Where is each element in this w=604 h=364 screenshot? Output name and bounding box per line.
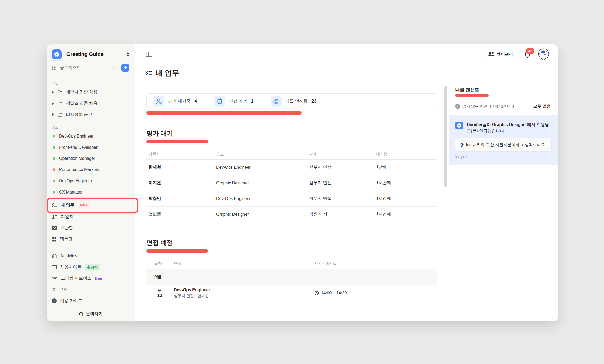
mention-summary: Doodler님이 Graphic Designer에서 회원님을(를) 언급했…: [467, 122, 552, 134]
sidebar-item-career-site[interactable]: 채용사이트 활성화: [50, 262, 132, 273]
sidebar-group-sales-hiring[interactable]: 세일즈 집중 채용: [50, 98, 132, 109]
archive-icon: [52, 226, 57, 230]
sidebar-group-dev-hiring[interactable]: 개발자 집중 채용: [50, 87, 132, 98]
job-board-label: 공고리스트: [60, 65, 108, 71]
at-icon: @: [273, 98, 279, 105]
workspace-area: 멤버관리 46: [135, 44, 558, 321]
sidebar-item-applicants[interactable]: 지원자: [50, 211, 132, 223]
annotation-underline-interviews: [146, 249, 208, 253]
member-management-button[interactable]: 멤버관리: [484, 49, 517, 59]
page-title: 내 업무: [156, 68, 179, 78]
career-site-icon: [52, 265, 57, 269]
sidebar-item-settings[interactable]: ⚙ 설정: [50, 284, 132, 295]
add-job-button[interactable]: +: [121, 64, 129, 72]
task-summary-card: 평가 대기중 4: [146, 93, 437, 109]
sidebar-collapse-icon[interactable]: [145, 51, 153, 58]
sidebar-item-templates[interactable]: 템플릿: [50, 234, 132, 245]
checklist-icon: [52, 203, 57, 207]
app-window: Greeting Guide 공고리스트 ⋯ + 그룹: [47, 44, 558, 321]
stat-upcoming-interviews[interactable]: 면접 예정 1: [214, 96, 253, 107]
screen: Greeting Guide 공고리스트 ⋯ + 그룹: [0, 0, 604, 364]
groups-section-label: 그룹: [52, 81, 129, 86]
handshake-icon: [52, 276, 58, 280]
calendar-icon: [216, 98, 223, 104]
templates-icon: [52, 237, 56, 242]
sidebar: Greeting Guide 공고리스트 ⋯ + 그룹: [47, 44, 135, 321]
active-badge: 활성화: [85, 264, 100, 271]
stat-pending-evaluations[interactable]: 평가 대기중 4: [153, 96, 197, 107]
doodle-logo-icon: [53, 51, 60, 58]
sidebar-item-greeting-partners[interactable]: 그리팅 파트너스 Beta: [50, 273, 132, 284]
status-dot-active: [53, 180, 55, 182]
annotation-underline-stats: [146, 111, 302, 115]
status-dot-active: [53, 146, 55, 149]
question-circle-icon: ?: [52, 298, 57, 303]
sidebar-item-my-tasks[interactable]: 내 업무 New: [50, 199, 132, 211]
sidebar-group-inactive-jobs[interactable]: 비활성화 공고: [50, 109, 132, 120]
status-dot-active: [53, 135, 55, 138]
mentions-panel: 나를 멘션함 i 읽지 않은 멘션이 1개 있습니다. 모두 읽음: [449, 84, 558, 321]
person-check-icon: [156, 98, 162, 105]
interview-row[interactable]: 수 13 Dev-Ops Engineer 실무자 면접 · 한재현: [146, 285, 437, 301]
clock-icon: [314, 291, 319, 295]
analytics-icon: [52, 254, 57, 258]
interview-date: 수 13: [146, 288, 165, 298]
topbar: 멤버관리 46: [135, 44, 558, 84]
annotation-underline-mentions: [455, 94, 489, 97]
sidebar-item-archive[interactable]: 보관함: [50, 222, 132, 234]
interviews-table-header: 날짜 면접 시간 · 회의실: [146, 258, 437, 269]
avatar-doodle-icon: [538, 48, 550, 60]
sidebar-job-item[interactable]: DevOps Engineer: [50, 175, 132, 187]
main-content: 평가 대기중 4: [135, 84, 449, 321]
unread-notice: 읽지 않은 멘션이 1개 있습니다.: [463, 104, 531, 109]
greeting-logo: [51, 48, 63, 60]
new-badge: New: [78, 202, 90, 208]
caret-right-icon[interactable]: [52, 91, 54, 94]
sidebar-job-item[interactable]: Operation Manager: [50, 153, 132, 164]
mention-message: @Ting 저희와 핏한 지원자분이라고 생각되어요.: [455, 138, 552, 152]
evaluation-row[interactable]: 박철민 Dev-Ops Engineer 실무자 면접 1시간째: [146, 191, 437, 207]
caret-right-icon[interactable]: [52, 102, 54, 105]
scrollbar-thumb[interactable]: [444, 86, 447, 187]
applicants-icon: [52, 215, 57, 219]
notifications-button[interactable]: 46: [524, 51, 531, 58]
folder-icon: [57, 101, 62, 106]
contact-us-button[interactable]: 문의하기: [47, 306, 135, 321]
notification-count-badge: 46: [526, 48, 535, 54]
evaluation-row[interactable]: 정병준 Graphic Designer 임원 면접 1시간째: [146, 207, 437, 222]
evaluation-row[interactable]: 한재현 Dev-Ops Engineer 실무자 면접 1달째: [146, 160, 437, 175]
interviews-section-title: 면접 예정: [146, 238, 437, 247]
status-dot-active: [53, 191, 55, 194]
sidebar-job-item[interactable]: Performance Marketer: [50, 164, 132, 175]
sidebar-item-analytics[interactable]: Analytics: [50, 251, 132, 262]
caret-right-icon[interactable]: [52, 113, 54, 116]
workspace-name: Greeting Guide: [66, 51, 122, 57]
checklist-icon: [145, 70, 152, 76]
sidebar-item-guide[interactable]: ? 이용 가이드: [50, 295, 132, 306]
sidebar-job-item[interactable]: Front-end Developer: [50, 142, 132, 153]
month-group-row: 9월: [146, 269, 437, 285]
annotation-underline-evaluation: [146, 140, 208, 143]
evaluation-section-title: 평가 대기: [146, 129, 437, 138]
headset-icon: [79, 311, 84, 316]
doodle-logo-icon: [455, 122, 463, 129]
mark-all-read-button[interactable]: 모두 읽음: [533, 104, 551, 109]
evaluation-row[interactable]: 이지은 Graphic Designer 실무자 면접 1시간째: [146, 175, 437, 191]
sidebar-job-item[interactable]: Dev-Ops Engineer: [50, 131, 132, 142]
user-avatar[interactable]: [538, 48, 550, 60]
stat-mentions[interactable]: @ 나를 멘션함 23: [271, 96, 316, 107]
workspace-switch-icon[interactable]: [125, 51, 130, 58]
sidebar-item-job-board[interactable]: 공고리스트 ⋯ +: [51, 62, 130, 73]
grid-dots-icon: [52, 65, 57, 70]
sidebar-job-item[interactable]: CX Manager: [50, 186, 132, 198]
members-icon: [488, 52, 494, 56]
folder-icon: [57, 90, 62, 94]
more-icon[interactable]: ⋯: [111, 65, 118, 71]
gear-icon: ⚙: [52, 287, 56, 292]
mention-card[interactable]: Doodler님이 Graphic Designer에서 회원님을(를) 언급했…: [449, 115, 558, 165]
mentions-panel-title: 나를 멘션함: [455, 87, 551, 93]
evaluation-table-header: 지원자 공고 단계 대기중: [146, 149, 437, 160]
workspace-switcher[interactable]: Greeting Guide: [51, 48, 130, 61]
folder-icon: [57, 112, 62, 117]
status-dot-active: [53, 157, 55, 160]
